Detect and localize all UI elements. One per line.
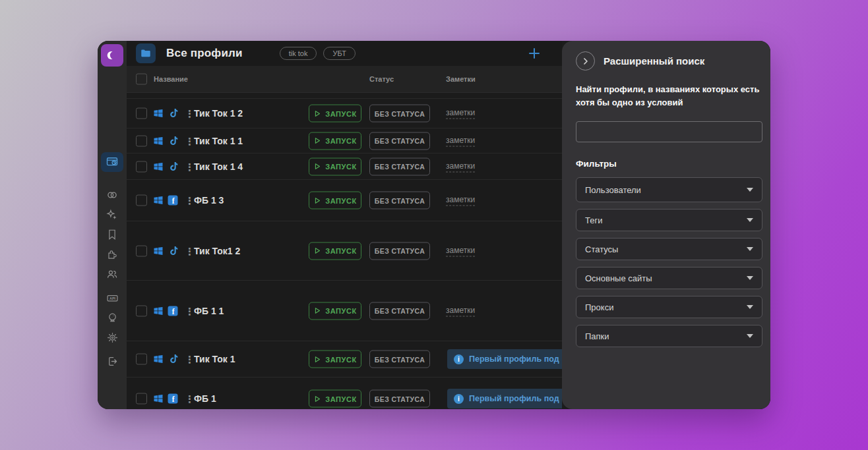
sidebar-item-api[interactable]: API xyxy=(101,288,123,308)
sidebar-item-support[interactable] xyxy=(101,308,123,327)
sidebar-item-settings[interactable] xyxy=(101,327,123,347)
notes-link[interactable]: заметки xyxy=(446,195,475,206)
windows-icon xyxy=(153,161,164,172)
launch-button[interactable]: ЗАПУСК xyxy=(309,351,361,368)
launch-button[interactable]: ЗАПУСК xyxy=(309,242,361,260)
advanced-search-input[interactable] xyxy=(576,121,762,142)
api-icon: API xyxy=(106,291,119,305)
column-header-name: Название xyxy=(154,75,188,83)
row-menu-icon[interactable]: ⋮ xyxy=(185,161,195,171)
row-checkbox[interactable] xyxy=(136,305,147,316)
profile-name: Тик Ток 1 xyxy=(194,354,235,364)
page-title: Все профили xyxy=(166,47,243,60)
sidebar-item-bookmarks[interactable] xyxy=(101,225,123,244)
windows-icon xyxy=(153,108,164,119)
status-button[interactable]: БЕЗ СТАТУСА xyxy=(369,242,430,260)
select-all-checkbox[interactable] xyxy=(136,74,147,85)
sidebar-item-logout[interactable] xyxy=(101,351,123,371)
desktop-background: API xyxy=(0,0,868,450)
profile-name: Тик Ток 1 1 xyxy=(194,136,243,146)
launch-button[interactable]: ЗАПУСК xyxy=(309,157,361,175)
row-checkbox[interactable] xyxy=(136,161,147,172)
filter-dropdown[interactable]: Статусы xyxy=(576,238,762,260)
launch-button[interactable]: ЗАПУСК xyxy=(309,132,361,150)
row-checkbox[interactable] xyxy=(136,393,147,405)
status-button[interactable]: БЕЗ СТАТУСА xyxy=(369,192,430,210)
notes-link[interactable]: заметки xyxy=(446,108,475,119)
crystal-ball-icon xyxy=(106,312,119,324)
filter-dropdown[interactable]: Основные сайты xyxy=(576,267,762,289)
status-button[interactable]: БЕЗ СТАТУСА xyxy=(369,132,430,150)
row-menu-icon[interactable]: ⋮ xyxy=(185,196,195,206)
note-chip[interactable]: i Первый профиль под ФБ xyxy=(447,389,562,408)
app-logo[interactable] xyxy=(101,44,123,67)
launch-button[interactable]: ЗАПУСК xyxy=(309,105,361,123)
row-checkbox[interactable] xyxy=(136,195,147,206)
notes-link[interactable]: заметки xyxy=(446,305,475,316)
windows-icon xyxy=(153,354,164,364)
table-row: f ⋮ Тик Ток1 2 ЗАПУСК БЕЗ СТАТУСА заметк… xyxy=(127,221,562,281)
sidebar-item-users[interactable] xyxy=(101,264,123,284)
browser-profiles-icon xyxy=(106,155,119,169)
row-menu-icon[interactable]: ⋮ xyxy=(185,109,195,119)
svg-text:f: f xyxy=(172,307,175,315)
status-button[interactable]: БЕЗ СТАТУСА xyxy=(369,390,430,408)
windows-icon xyxy=(153,306,164,316)
add-profile-button[interactable] xyxy=(526,45,542,61)
row-checkbox[interactable] xyxy=(136,108,147,119)
launch-button[interactable]: ЗАПУСК xyxy=(309,390,361,408)
row-menu-icon[interactable]: ⋮ xyxy=(185,354,195,364)
filter-dropdown[interactable]: Теги xyxy=(576,209,762,231)
sidebar-item-profiles[interactable] xyxy=(101,152,123,172)
row-checkbox[interactable] xyxy=(136,354,147,365)
filters-title: Фильтры xyxy=(576,159,762,169)
notes-link[interactable]: заметки xyxy=(446,161,475,172)
chevron-down-icon xyxy=(747,305,753,309)
status-button[interactable]: БЕЗ СТАТУСА xyxy=(369,351,430,368)
profile-name: Тик Ток 1 4 xyxy=(194,161,243,172)
notes-link[interactable]: заметки xyxy=(446,245,475,256)
profile-name: Тик Ток1 2 xyxy=(194,246,240,256)
svg-text:f: f xyxy=(172,197,175,205)
tag-pill[interactable]: tik tok xyxy=(280,47,317,60)
profiles-table: f ⋮ Тик Ток 1 2 ЗАПУСК БЕЗ СТАТУСА замет… xyxy=(127,93,562,409)
advanced-search-panel: Расширенный поиск Найти профили, в назва… xyxy=(562,41,770,409)
row-checkbox[interactable] xyxy=(136,245,147,256)
link-rings-icon xyxy=(106,188,119,202)
table-row: f ⋮ ФБ 1 3 ЗАПУСК БЕЗ СТАТУСА заметки i xyxy=(127,180,562,221)
filters-list: Пользователи Теги Статусы Основные сайты… xyxy=(576,177,762,347)
tiktok-icon xyxy=(168,354,178,364)
filter-dropdown[interactable]: Папки xyxy=(576,325,762,347)
row-checkbox[interactable] xyxy=(136,135,147,146)
tag-pill[interactable]: УБТ xyxy=(323,47,355,60)
column-header-status: Статус xyxy=(369,75,394,83)
info-icon: i xyxy=(454,354,464,364)
status-button[interactable]: БЕЗ СТАТУСА xyxy=(369,157,430,175)
launch-button[interactable]: ЗАПУСК xyxy=(309,302,361,320)
row-menu-icon[interactable]: ⋮ xyxy=(185,136,195,146)
sidebar-item-extensions[interactable] xyxy=(101,244,123,264)
row-menu-icon[interactable]: ⋮ xyxy=(185,246,195,256)
note-chip[interactable]: i Первый профиль под Г… xyxy=(447,349,562,369)
profile-name: Тик Ток 1 2 xyxy=(194,108,243,119)
status-button[interactable]: БЕЗ СТАТУСА xyxy=(369,302,430,320)
table-row: f ⋮ ФБ 1 1 ЗАПУСК БЕЗ СТАТУСА заметки i xyxy=(127,281,562,341)
sidebar-item-automation[interactable] xyxy=(101,205,123,225)
filter-dropdown[interactable]: Прокси xyxy=(576,296,762,318)
windows-icon xyxy=(153,195,164,206)
status-button[interactable]: БЕЗ СТАТУСА xyxy=(369,105,430,123)
notes-link[interactable]: заметки xyxy=(446,135,475,146)
tiktok-icon xyxy=(168,246,178,256)
table-row: f ⋮ Тик Ток 1 4 ЗАПУСК БЕЗ СТАТУСА замет… xyxy=(127,154,562,180)
row-menu-icon[interactable]: ⋮ xyxy=(185,306,195,316)
play-icon xyxy=(313,163,321,171)
facebook-icon: f xyxy=(168,393,178,404)
play-icon xyxy=(313,247,321,255)
chevron-down-icon xyxy=(747,218,753,222)
filter-dropdown[interactable]: Пользователи xyxy=(576,177,762,202)
row-menu-icon[interactable]: ⋮ xyxy=(185,394,195,404)
sidebar-item-proxies[interactable] xyxy=(101,185,123,205)
launch-button[interactable]: ЗАПУСК xyxy=(309,192,361,210)
collapse-panel-button[interactable] xyxy=(576,51,595,70)
folder-icon-button[interactable] xyxy=(136,43,156,63)
